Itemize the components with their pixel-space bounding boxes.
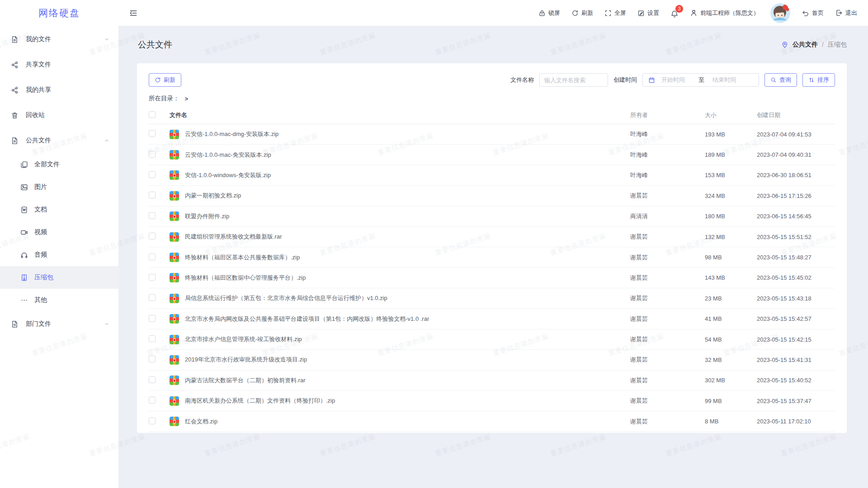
file-name[interactable]: 内蒙古法院大数据平台（二期）初验前资料.rar	[185, 376, 306, 385]
sidebar-item-public-files[interactable]: 公共文件	[0, 128, 118, 153]
row-checkbox[interactable]	[149, 315, 156, 322]
row-checkbox[interactable]	[149, 171, 156, 178]
sidebar: 我的文件 共享文件 我的共享 回收站 公共文件 全部文件 图片 文档 视频 音频	[0, 26, 118, 488]
row-checkbox[interactable]	[149, 356, 156, 362]
archive-file-icon	[170, 130, 179, 139]
breadcrumb-public-files[interactable]: 公共文件	[793, 41, 818, 49]
location-pin-icon	[781, 41, 788, 48]
file-created: 2023-06-15 14:56:45	[757, 213, 835, 220]
sidebar-item-images[interactable]: 图片	[0, 176, 118, 198]
table-row[interactable]: 内蒙一期初验文档.zip 谢晨芸 324 MB 2023-06-15 17:15…	[149, 186, 835, 206]
notifications-button[interactable]: 3	[670, 8, 679, 18]
file-name[interactable]: 民建组织管理系统验收文档最新版.rar	[185, 233, 282, 241]
file-name[interactable]: 北京市水务局内网改版及公共服务基础平台建设项目（第1包：内网改版）终验验文档-v…	[185, 315, 429, 323]
row-checkbox[interactable]	[149, 151, 156, 158]
sidebar-item-documents[interactable]: 文档	[0, 198, 118, 221]
table-row[interactable]: 局信息系统运行维护（第五包：北京市水务局综合信息平台运行维护）v1.0.zip …	[149, 288, 835, 309]
row-checkbox[interactable]	[149, 376, 156, 383]
refresh-icon	[571, 9, 579, 17]
date-end-placeholder[interactable]: 结束时间	[712, 76, 748, 84]
date-start-placeholder[interactable]: 开始时间	[661, 76, 697, 84]
file-size: 324 MB	[705, 192, 757, 199]
sidebar-item-shared-files[interactable]: 共享文件	[0, 52, 118, 77]
table-row[interactable]: 联盟办件附件.zip 商清清 180 MB 2023-06-15 14:56:4…	[149, 206, 835, 227]
logout-button[interactable]: 退出	[835, 9, 857, 17]
table-row[interactable]: 终验材料（福田区数据中心管理服务平台）.zip 谢晨芸 143 MB 2023-…	[149, 268, 835, 288]
table-row[interactable]: 北京市排水户信息管理系统-竣工验收材料.zip 谢晨芸 54 MB 2023-0…	[149, 329, 835, 350]
image-icon	[20, 183, 28, 191]
file-name[interactable]: 云安信-1.0.0-mac-dmg-安装版本.zip	[185, 130, 278, 138]
row-checkbox[interactable]	[149, 212, 156, 219]
refresh-button[interactable]: 刷新	[571, 9, 593, 17]
file-name[interactable]: 2019年北京市水行政审批系统升级改造项目.zip	[185, 356, 307, 364]
file-name[interactable]: 北京市排水户信息管理系统-竣工验收材料.zip	[185, 335, 302, 343]
doc-icon	[20, 206, 28, 214]
sort-button[interactable]: 排序	[802, 73, 835, 87]
chevron-up-icon	[104, 138, 109, 143]
file-name[interactable]: 内蒙一期初验文档.zip	[185, 192, 241, 200]
query-button[interactable]: 查询	[764, 73, 797, 87]
sidebar-item-my-files[interactable]: 我的文件	[0, 27, 118, 52]
file-name[interactable]: 终验材料（福田区数据中心管理服务平台）.zip	[185, 274, 306, 282]
sidebar-item-all-files[interactable]: 全部文件	[0, 153, 118, 176]
table-row[interactable]: 云安信-1.0.0-mac-免安装版本.zip 叶海峰 189 MB 2023-…	[149, 145, 835, 165]
lock-screen-button[interactable]: 锁屏	[538, 9, 560, 17]
fullscreen-button[interactable]: 全屏	[604, 9, 626, 17]
archive-file-icon	[170, 211, 179, 221]
table-row[interactable]: 红会文档.zip 谢晨芸 8 MB 2023-05-11 17:02:10	[149, 411, 835, 432]
file-created: 2023-07-04 09:40:31	[757, 151, 835, 158]
row-checkbox[interactable]	[149, 233, 156, 239]
row-checkbox[interactable]	[149, 335, 156, 342]
file-name[interactable]: 云安信-1.0.0-mac-免安装版本.zip	[185, 151, 271, 159]
table-row[interactable]: 云安信-1.0.0-mac-dmg-安装版本.zip 叶海峰 193 MB 20…	[149, 124, 835, 145]
table-row[interactable]: 终验材料（福田区基本公共服务数据库）.zip 谢晨芸 98 MB 2023-05…	[149, 247, 835, 267]
select-all-checkbox[interactable]	[149, 111, 156, 118]
toolbar: 刷新 文件名称 创建时间 开始时间 至 结束时间 查询 排序	[149, 73, 835, 87]
share-icon	[11, 61, 19, 69]
menu-fold-icon[interactable]	[129, 9, 137, 17]
file-owner: 谢晨芸	[630, 376, 705, 385]
file-name[interactable]: 安信-1.0.0-windows-免安装版.zip	[185, 171, 271, 179]
file-name[interactable]: 局信息系统运行维护（第五包：北京市水务局综合信息平台运行维护）v1.0.zip	[185, 294, 387, 302]
ellipsis-icon	[20, 296, 28, 304]
table-row[interactable]: 内蒙古法院大数据平台（二期）初验前资料.rar 谢晨芸 302 MB 2023-…	[149, 371, 835, 391]
home-button[interactable]: 首页	[802, 9, 824, 17]
row-checkbox[interactable]	[149, 274, 156, 281]
file-size: 41 MB	[705, 315, 757, 322]
file-name[interactable]: 联盟办件附件.zip	[185, 212, 229, 221]
date-range-picker[interactable]: 开始时间 至 结束时间	[642, 73, 759, 87]
file-name[interactable]: 南海区机关新办公系统（二期）文件资料（终验打印）.zip	[185, 397, 335, 405]
row-checkbox[interactable]	[149, 418, 156, 424]
table-row[interactable]: 民建组织管理系统验收文档最新版.rar 谢晨芸 132 MB 2023-05-1…	[149, 227, 835, 247]
settings-button[interactable]: 设置	[637, 9, 659, 17]
file-name[interactable]: 红会文档.zip	[185, 418, 217, 426]
row-checkbox[interactable]	[149, 192, 156, 198]
archive-file-icon	[170, 232, 179, 242]
directory-root-arrow[interactable]: >	[185, 95, 189, 102]
filename-search-input[interactable]	[539, 73, 608, 87]
settings-icon	[637, 9, 645, 17]
table-row[interactable]: 安信-1.0.0-windows-免安装版.zip 叶海峰 153 MB 202…	[149, 165, 835, 186]
sidebar-item-recycle-bin[interactable]: 回收站	[0, 103, 118, 128]
sidebar-item-audio[interactable]: 音频	[0, 244, 118, 266]
file-name[interactable]: 终验材料（福田区基本公共服务数据库）.zip	[185, 253, 300, 262]
refresh-list-button[interactable]: 刷新	[149, 73, 181, 87]
main-content: 公共文件 公共文件 / 压缩包 刷新 文件名称 创建时间 开始时间 至 结束	[118, 0, 868, 433]
table-row[interactable]: 2019年北京市水行政审批系统升级改造项目.zip 谢晨芸 32 MB 2023…	[149, 350, 835, 370]
row-checkbox[interactable]	[149, 130, 156, 137]
directory-label: 所在目录：	[149, 94, 179, 103]
row-checkbox[interactable]	[149, 253, 156, 260]
sidebar-item-others[interactable]: 其他	[0, 289, 118, 311]
table-row[interactable]: 南海区机关新办公系统（二期）文件资料（终验打印）.zip 谢晨芸 99 MB 2…	[149, 391, 835, 411]
sidebar-item-videos[interactable]: 视频	[0, 221, 118, 244]
avatar[interactable]	[770, 3, 790, 23]
row-checkbox[interactable]	[149, 294, 156, 301]
row-checkbox[interactable]	[149, 397, 156, 404]
sidebar-item-archives[interactable]: 压缩包	[0, 266, 118, 289]
table-row[interactable]: 北京市水务局内网改版及公共服务基础平台建设项目（第1包：内网改版）终验验文档-v…	[149, 309, 835, 329]
file-owner: 叶海峰	[630, 171, 705, 179]
user-menu[interactable]: 前端工程师（陈思文）	[690, 9, 759, 17]
file-owner: 谢晨芸	[630, 315, 705, 323]
sidebar-item-my-shares[interactable]: 我的共享	[0, 77, 118, 103]
sidebar-item-department-files[interactable]: 部门文件	[0, 311, 118, 337]
